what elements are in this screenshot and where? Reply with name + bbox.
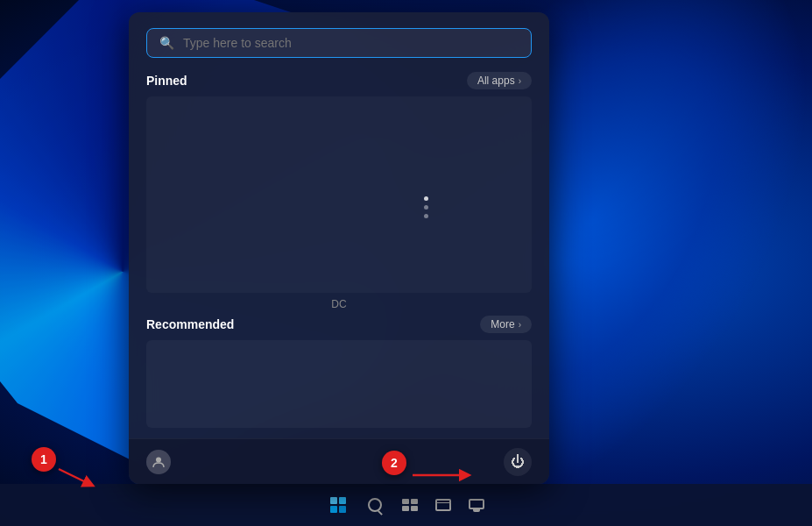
win-pane-2 xyxy=(339,497,346,504)
pinned-apps-grid xyxy=(146,96,532,293)
all-apps-label: All apps xyxy=(477,75,515,87)
chevron-right-icon-2: › xyxy=(519,320,521,330)
svg-point-0 xyxy=(156,457,161,462)
start-menu: 🔍 Pinned All apps › DC Recommended More … xyxy=(129,12,549,484)
taskbar-search-button[interactable] xyxy=(357,487,392,522)
windows-logo-icon xyxy=(330,497,346,513)
search-bar[interactable]: 🔍 xyxy=(146,28,532,58)
chevron-right-icon: › xyxy=(519,76,521,86)
recommended-apps-grid xyxy=(146,340,532,428)
monitor-button[interactable] xyxy=(461,489,492,521)
dc-label: DC xyxy=(129,293,549,316)
monitor-icon xyxy=(469,499,484,512)
task-view-button[interactable] xyxy=(394,489,426,521)
browser-button[interactable] xyxy=(427,489,459,521)
monitor-screen xyxy=(469,499,484,509)
scroll-indicator xyxy=(424,196,428,218)
taskbar xyxy=(0,484,812,526)
search-input[interactable] xyxy=(183,36,519,50)
search-icon: 🔍 xyxy=(159,36,174,50)
more-button[interactable]: More › xyxy=(480,316,532,333)
win-pane-3 xyxy=(330,506,337,513)
win-pane-a xyxy=(402,499,409,504)
pinned-label: Pinned xyxy=(146,74,187,88)
win-pane-4 xyxy=(339,506,346,513)
start-button[interactable] xyxy=(321,487,356,522)
win-pane-c xyxy=(402,506,409,511)
search-circle-icon xyxy=(368,498,382,512)
scroll-dot-1 xyxy=(424,196,428,201)
monitor-stand xyxy=(473,509,480,512)
arrow-1 xyxy=(54,465,98,491)
scroll-dot-2 xyxy=(424,205,428,210)
svg-line-1 xyxy=(59,469,89,484)
win-pane-b xyxy=(411,499,418,504)
pinned-section-header: Pinned All apps › xyxy=(129,68,549,96)
browser-icon xyxy=(435,499,451,511)
arrow-2 xyxy=(408,466,478,484)
annotation-1: 1 xyxy=(32,447,56,472)
recommended-header: Recommended More › xyxy=(146,316,532,333)
power-icon: ⏻ xyxy=(511,454,525,470)
win-pane-1 xyxy=(330,497,337,504)
all-apps-button[interactable]: All apps › xyxy=(467,72,532,89)
more-label: More xyxy=(491,318,514,331)
user-avatar xyxy=(146,450,171,474)
taskbar-items xyxy=(321,487,492,522)
win-pane-d xyxy=(411,506,418,511)
user-section[interactable] xyxy=(146,450,171,474)
annotation-2: 2 xyxy=(382,451,406,475)
power-button[interactable]: ⏻ xyxy=(504,448,532,476)
start-menu-bottom-bar: ⏻ xyxy=(129,438,549,484)
multiwindow-icon xyxy=(402,499,418,511)
recommended-label: Recommended xyxy=(146,317,234,331)
scroll-dot-3 xyxy=(424,214,428,218)
recommended-section: Recommended More › xyxy=(129,316,549,438)
